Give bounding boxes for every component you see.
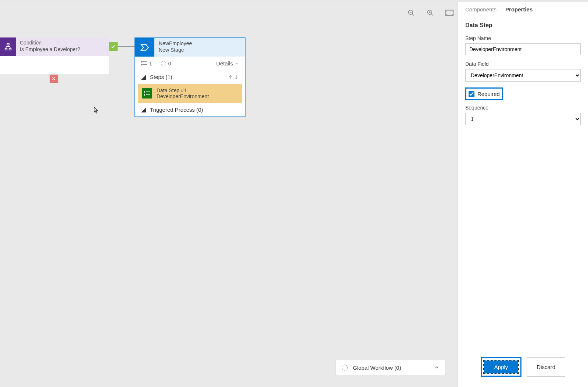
details-toggle[interactable]: Details xyxy=(216,60,239,67)
svg-rect-24 xyxy=(144,91,145,93)
global-workflow-label: Global Workflow (0) xyxy=(353,365,401,371)
zoom-in-icon[interactable] xyxy=(426,8,435,17)
condition-branch-icon xyxy=(0,37,16,56)
stage-steps-count: 1 xyxy=(141,61,152,67)
condition-label: Condition xyxy=(20,40,105,46)
chevron-up-icon xyxy=(434,365,440,370)
connector-line xyxy=(118,46,135,47)
cursor-icon xyxy=(93,106,99,115)
tab-components[interactable]: Components xyxy=(465,6,496,14)
triangle-icon xyxy=(141,75,146,80)
condition-no-badge[interactable] xyxy=(50,75,58,83)
svg-rect-21 xyxy=(143,64,147,65)
fit-screen-icon[interactable] xyxy=(445,8,454,17)
svg-rect-8 xyxy=(7,43,9,45)
canvas-area[interactable]: Condition Is Employee a Developer? NewEm… xyxy=(0,2,458,387)
stage-node[interactable]: NewEmployee New Stage 1 0 Details xyxy=(135,37,245,117)
stage-chevron-icon xyxy=(135,38,154,57)
svg-line-4 xyxy=(431,14,433,16)
discard-button[interactable]: Discard xyxy=(527,357,565,377)
panel-title: Data Step xyxy=(465,22,581,29)
svg-rect-27 xyxy=(146,94,150,95)
svg-rect-18 xyxy=(141,61,143,62)
sequence-label: Sequence xyxy=(465,105,581,111)
global-workflow-bar[interactable]: Global Workflow (0) xyxy=(336,360,446,375)
triangle-icon xyxy=(141,107,146,112)
data-field-label: Data Field xyxy=(465,61,581,67)
svg-marker-17 xyxy=(141,44,148,50)
form-icon xyxy=(142,88,152,98)
svg-rect-10 xyxy=(9,49,11,50)
zoom-out-icon[interactable] xyxy=(407,8,416,17)
stage-process-count: 0 xyxy=(161,61,171,67)
condition-node[interactable]: Condition Is Employee a Developer? xyxy=(0,37,109,74)
svg-rect-25 xyxy=(146,92,150,92)
required-checkbox-row[interactable]: Required xyxy=(465,87,503,100)
svg-rect-26 xyxy=(144,94,145,96)
svg-rect-19 xyxy=(143,61,147,62)
properties-panel: Components Properties Data Step Step Nam… xyxy=(458,2,588,387)
svg-rect-20 xyxy=(141,64,143,65)
condition-yes-badge[interactable] xyxy=(109,42,118,51)
triggered-process-label: Triggered Process (0) xyxy=(150,107,203,113)
tab-properties[interactable]: Properties xyxy=(505,6,533,14)
data-step-name: DeveloperEnvironment xyxy=(157,93,209,99)
svg-line-1 xyxy=(412,14,414,16)
workflow-circle-icon xyxy=(342,365,348,370)
apply-button[interactable]: Apply xyxy=(484,361,519,373)
step-name-input[interactable] xyxy=(465,43,581,55)
stage-subtitle: New Stage xyxy=(159,47,240,53)
sequence-select[interactable]: 1 xyxy=(465,113,581,125)
stage-title: NewEmployee xyxy=(159,40,240,46)
data-step-item[interactable]: Data Step #1 DeveloperEnvironment xyxy=(138,84,242,103)
required-checkbox[interactable] xyxy=(469,91,474,97)
required-label: Required xyxy=(477,91,500,97)
step-name-label: Step Name xyxy=(465,35,581,41)
data-field-select[interactable]: DeveloperEnvironment xyxy=(465,69,581,82)
condition-question: Is Employee a Developer? xyxy=(20,46,105,52)
reorder-arrows[interactable] xyxy=(228,74,239,80)
data-step-title: Data Step #1 xyxy=(157,87,209,93)
steps-header: Steps (1) xyxy=(141,74,172,80)
svg-rect-9 xyxy=(5,49,7,50)
